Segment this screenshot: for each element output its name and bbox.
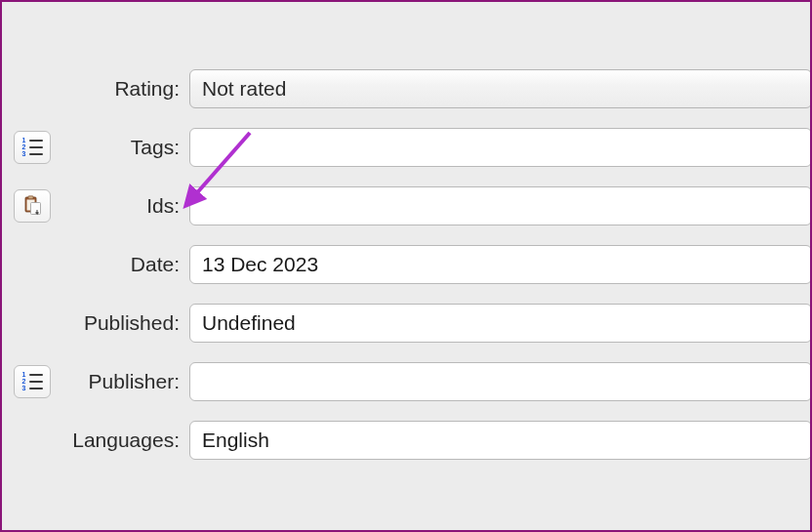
languages-input[interactable] [189,421,812,460]
rating-value: Not rated [202,77,286,101]
rating-row: Rating: Not rated [2,68,810,109]
publisher-label: Publisher: [62,370,189,393]
svg-rect-1 [28,196,33,199]
publisher-manage-button[interactable]: 1 2 3 [14,365,51,398]
ordered-list-icon: 1 2 3 [21,139,43,156]
ids-label: Ids: [62,194,189,218]
metadata-form: Rating: Not rated 1 2 3 Tags: [2,2,810,461]
ids-paste-button[interactable] [14,189,51,223]
ordered-list-icon: 1 2 3 [21,373,43,390]
ids-input[interactable] [189,186,812,225]
clipboard-paste-icon [21,195,43,217]
languages-row: Languages: [2,420,810,461]
published-row: Published: [2,303,810,344]
ids-row: Ids: [2,185,810,226]
tags-row: 1 2 3 Tags: [2,127,810,168]
rating-select[interactable]: Not rated [189,69,812,108]
publisher-input[interactable] [189,362,812,401]
languages-label: Languages: [62,429,189,452]
rating-label: Rating: [62,77,189,101]
date-row: Date: [2,244,810,285]
tags-input[interactable] [189,128,812,167]
published-label: Published: [62,311,189,335]
date-label: Date: [62,253,189,276]
tags-label: Tags: [62,136,189,159]
published-input[interactable] [189,304,812,343]
date-input[interactable] [189,245,812,284]
publisher-row: 1 2 3 Publisher: [2,361,810,402]
tags-manage-button[interactable]: 1 2 3 [14,131,51,164]
